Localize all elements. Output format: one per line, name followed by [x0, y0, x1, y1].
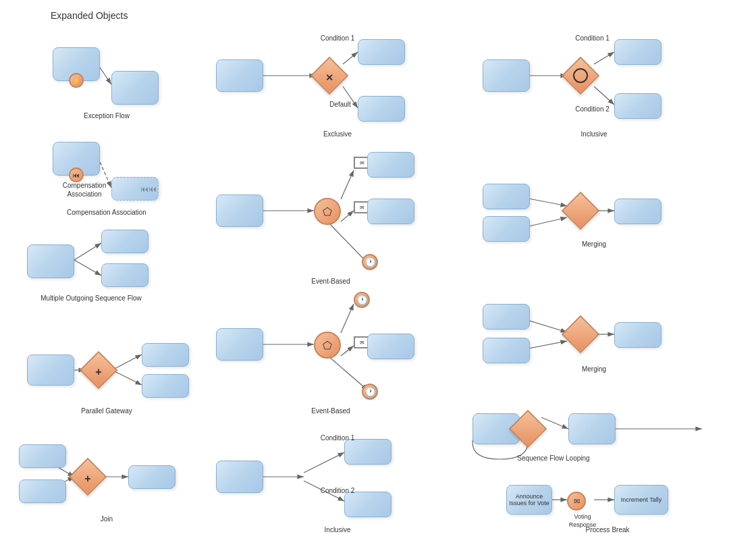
comp-task2: ⏮⏮: [111, 177, 159, 201]
exception-task2: [111, 71, 159, 105]
exclusive-label: Exclusive: [297, 130, 378, 138]
svg-line-5: [74, 260, 101, 276]
svg-line-27: [594, 52, 614, 64]
merging1-label: Merging: [554, 240, 634, 249]
seq-loop-label: Sequence Flow Looping: [493, 454, 614, 463]
seq-loop-task2: [568, 413, 616, 444]
merging-bot-task2: [483, 338, 530, 363]
merging-top-task-right: [614, 199, 662, 224]
inclusive-top-task-top: [614, 39, 662, 65]
multiple-outgoing-label: Multiple Outgoing Sequence Flow: [24, 294, 159, 303]
exclusive-task-left: [216, 59, 263, 92]
parallel-task-left: [27, 355, 74, 386]
merging2-label: Merging: [554, 365, 634, 373]
announce-task: Announce Issues for Vote: [506, 485, 552, 515]
svg-line-16: [341, 170, 354, 199]
svg-line-7: [112, 355, 142, 370]
event-based-task-left1: [216, 194, 263, 227]
increment-label: Increment Tally: [621, 496, 662, 503]
merging-top-task2: [483, 216, 530, 242]
event-based-label2: Event-Based: [290, 407, 371, 415]
comp-assoc-label2: Compensation Association: [53, 208, 161, 217]
exception-task1: ⚡: [53, 47, 100, 81]
inclusive-top-label: Inclusive: [554, 130, 634, 138]
inclusive-top-task-left: [483, 59, 530, 92]
inclusive-bot-task-left: [216, 461, 263, 493]
event-gateway1: ⬠: [314, 198, 341, 225]
svg-line-22: [329, 357, 368, 390]
multiple-task-main: [27, 244, 74, 278]
merging-gateway1: [562, 192, 600, 230]
inclusive-bot-task-top: [344, 439, 392, 465]
join-gateway: +: [69, 458, 107, 496]
increment-task: Increment Tally: [614, 485, 668, 515]
svg-line-8: [112, 370, 142, 385]
join-task-right: [128, 465, 176, 489]
parallel-gateway: +: [80, 351, 118, 390]
cond1-excl-label: Condition 1: [317, 34, 358, 43]
merging-gateway2: [562, 315, 600, 354]
clock-icon1: 🕐: [362, 254, 378, 270]
main-canvas: Expanded Objects: [0, 0, 756, 547]
exception-flow-label: Exception Flow: [53, 111, 161, 120]
voting-response-event: ✉: [567, 492, 586, 511]
svg-line-28: [594, 86, 614, 105]
svg-line-20: [341, 304, 354, 333]
merging-bot-task-right: [614, 322, 662, 348]
join-task-bot: [19, 479, 66, 503]
svg-line-13: [343, 52, 358, 64]
merging-bot-task1: [483, 304, 530, 330]
exclusive-gateway: ✕: [310, 57, 349, 95]
inclusive-bot-label: Inclusive: [297, 525, 378, 534]
inclusive-bot-task-bot: [344, 492, 392, 517]
announce-label: Announce Issues for Vote: [509, 493, 549, 506]
comp-task1: ⏮: [53, 142, 100, 176]
default-excl-label: Default: [320, 100, 360, 109]
svg-line-21: [341, 346, 354, 356]
inclusive-top-task-bot: [614, 93, 662, 119]
process-break-label: Process Break: [567, 525, 648, 534]
cond1-incl-label: Condition 1: [570, 34, 614, 43]
clock-icon-bot2: 🕐: [362, 384, 378, 400]
svg-line-24: [304, 452, 344, 473]
svg-line-2: [100, 68, 111, 84]
join-task-top: [19, 444, 66, 468]
comp-assoc-label1: Compensation Association: [61, 181, 108, 199]
event-gateway2: ⬠: [314, 332, 341, 359]
event-based-label1: Event-Based: [290, 277, 371, 286]
inclusive-gateway: [562, 57, 600, 95]
cond2-incl-bot-label: Condition 2: [317, 486, 358, 495]
svg-line-18: [329, 223, 368, 263]
event-task-msg1: [367, 152, 414, 178]
cond2-incl-label: Condition 2: [570, 105, 614, 113]
event-based-task-left2: [216, 328, 263, 361]
multiple-task-top: [101, 230, 148, 253]
event-task2-msg: [367, 334, 414, 359]
exclusive-task-top: [358, 39, 405, 65]
parallel-gateway-label: Parallel Gateway: [53, 407, 161, 415]
join-label: Join: [53, 515, 161, 523]
exclusive-task-bot: [358, 96, 405, 122]
plus-icon: +: [85, 359, 112, 386]
page-title: Expanded Objects: [51, 10, 128, 21]
parallel-task-top: [142, 343, 189, 367]
cond1-incl-bot-label: Condition 1: [317, 434, 358, 442]
x-icon: ✕: [316, 64, 343, 91]
svg-line-17: [341, 211, 354, 222]
multiple-task-bot: [101, 263, 148, 287]
parallel-task-bot: [142, 374, 189, 398]
merging-top-task1: [483, 184, 530, 209]
clock-icon-top2: 🕐: [354, 292, 370, 308]
plus-icon2: +: [74, 465, 101, 492]
svg-line-4: [74, 243, 101, 260]
event-task-msg2: [367, 199, 414, 224]
